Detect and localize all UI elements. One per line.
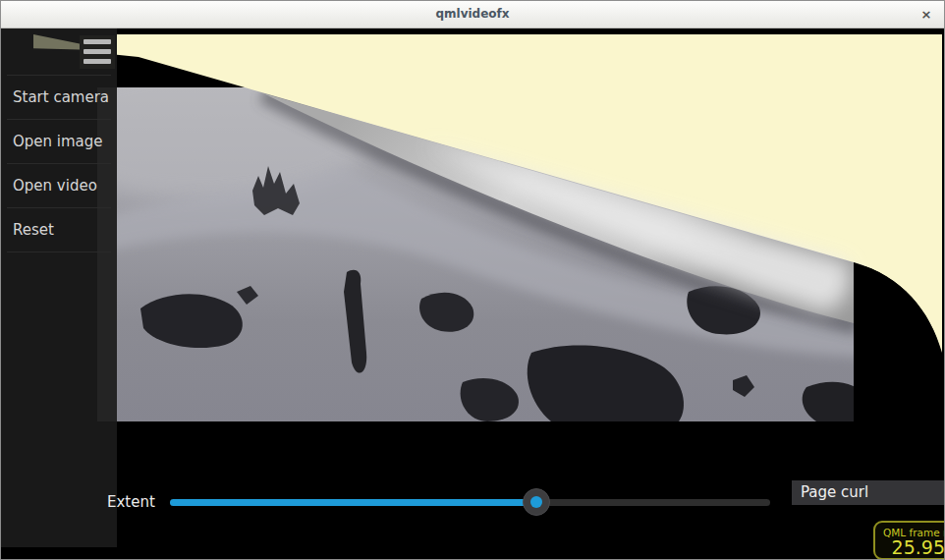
sidebar-item-reset[interactable]: Reset bbox=[1, 208, 117, 252]
title-bar: qmlvideofx × bbox=[1, 1, 944, 28]
menu-divider bbox=[7, 252, 111, 252]
fps-badge-value: 25.95 bbox=[875, 536, 945, 558]
extent-slider-track[interactable] bbox=[170, 499, 770, 506]
window-title: qmlvideofx bbox=[1, 7, 944, 21]
close-icon[interactable]: × bbox=[917, 5, 936, 25]
extent-slider-label: Extent bbox=[107, 493, 155, 511]
app-window: qmlvideofx × bbox=[0, 0, 945, 560]
fps-badge: QML frame r... 25.95 bbox=[873, 521, 945, 560]
effect-selector-button[interactable]: Page curl bbox=[792, 480, 945, 505]
hamburger-icon[interactable] bbox=[80, 35, 115, 69]
main-area: Start camera Open image Open video Reset… bbox=[1, 28, 944, 559]
sidebar-item-open-video[interactable]: Open video bbox=[1, 164, 117, 207]
slider-handle-dot bbox=[530, 496, 542, 508]
extent-slider-handle[interactable] bbox=[523, 488, 550, 516]
background-showthrough-wedge bbox=[33, 33, 80, 51]
sidebar: Start camera Open image Open video Reset bbox=[1, 28, 117, 547]
sidebar-item-start-camera[interactable]: Start camera bbox=[1, 76, 117, 119]
sidebar-item-open-image[interactable]: Open image bbox=[1, 120, 117, 163]
extent-slider-fill bbox=[170, 499, 536, 506]
sidebar-menu: Start camera Open image Open video Reset bbox=[1, 75, 117, 252]
